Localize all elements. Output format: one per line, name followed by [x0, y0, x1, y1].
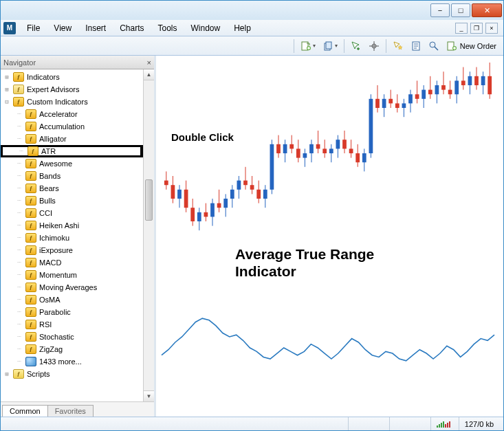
tree-item[interactable]: ⊞ƒIndicators	[1, 71, 143, 83]
expander-icon[interactable]: ⊟	[1, 96, 13, 108]
new-chart-button[interactable]: ▾	[298, 38, 318, 54]
tree-item[interactable]: ⊞ƒExpert Advisors	[1, 83, 143, 96]
svg-rect-66	[349, 148, 353, 153]
svg-rect-102	[468, 76, 472, 85]
menu-view[interactable]: View	[47, 20, 78, 36]
tree-item-atr[interactable]: ┈ƒATR	[1, 145, 143, 157]
expander-icon[interactable]: ┈	[13, 306, 25, 318]
expander-icon[interactable]: ⊞	[1, 83, 13, 96]
tree-item[interactable]: ┈ƒAlligator	[1, 133, 143, 145]
expander-icon[interactable]: ┈	[13, 219, 25, 232]
tab-favorites[interactable]: Favorites	[47, 405, 94, 417]
crosshair-button[interactable]	[366, 38, 382, 54]
workspace: Navigator × ⊞ƒIndicators⊞ƒExpert Advisor…	[1, 56, 503, 417]
tree-item[interactable]: ┈ƒOsMA	[1, 294, 143, 306]
menu-insert[interactable]: Insert	[78, 20, 113, 36]
tree-item[interactable]: ┈ƒBears	[1, 182, 143, 195]
tree-item[interactable]: ┈ƒMACD	[1, 256, 143, 269]
page-tool-button[interactable]	[408, 38, 424, 54]
scroll-up-button[interactable]: ▲	[144, 69, 154, 80]
expander-icon[interactable]: ┈	[13, 294, 25, 306]
search-button[interactable]	[426, 38, 442, 54]
menu-help[interactable]: Help	[227, 20, 258, 36]
menu-tools[interactable]: Tools	[151, 20, 184, 36]
expander-icon[interactable]: ┈	[13, 133, 25, 145]
tree-scrollbar[interactable]: ▲ ▼	[143, 69, 154, 401]
expander-icon[interactable]: ┈	[13, 108, 25, 120]
chart-area[interactable]: Double Click Average True Range Indicato…	[156, 56, 503, 417]
indicator-icon: ƒ	[25, 134, 36, 144]
menu-window[interactable]: Window	[184, 20, 228, 36]
status-connection	[430, 417, 459, 430]
expander-icon[interactable]: ┈	[13, 157, 25, 170]
window-minimize-button[interactable]: −	[430, 3, 450, 17]
expander-icon[interactable]: ┈	[13, 182, 25, 195]
tree-item[interactable]: ┈ƒAccelerator	[1, 108, 143, 120]
tree-item[interactable]: ┈ƒRSI	[1, 318, 143, 331]
window-maximize-button[interactable]: □	[451, 3, 470, 17]
window-close-button[interactable]: ✕	[472, 3, 502, 17]
navigator-close-button[interactable]: ×	[147, 58, 151, 67]
profiles-button[interactable]: ▾	[320, 38, 340, 54]
expander-icon[interactable]: ┈	[13, 318, 25, 331]
svg-rect-26	[217, 203, 221, 208]
tree-item[interactable]: ┈ƒMoving Averages	[1, 281, 143, 294]
expander-icon[interactable]: ┈	[13, 269, 25, 281]
scroll-thumb[interactable]	[145, 179, 153, 221]
expander-icon[interactable]: ┈	[13, 207, 25, 219]
scroll-down-button[interactable]: ▼	[144, 390, 154, 401]
tree-item[interactable]: ⊞ƒScripts	[1, 368, 143, 380]
tree-item[interactable]: ┈ƒCCI	[1, 207, 143, 219]
menu-charts[interactable]: Charts	[113, 20, 151, 36]
tree-item[interactable]: ┈ƒZigZag	[1, 343, 143, 355]
mdi-restore-button[interactable]: ❐	[470, 23, 483, 34]
indicator-icon: ƒ	[13, 369, 24, 379]
pages-icon	[322, 41, 333, 52]
expander-icon[interactable]: ┈	[13, 120, 25, 133]
tree-item[interactable]: ┈ƒIchimoku	[1, 232, 143, 244]
svg-rect-60	[329, 148, 333, 153]
expander-icon[interactable]: ┈	[13, 244, 25, 256]
tree-item[interactable]: ┈ƒStochastic	[1, 331, 143, 343]
indicator-icon: ƒ	[25, 109, 36, 119]
tree-item[interactable]: ┈ƒBands	[1, 170, 143, 182]
expander-icon[interactable]: ┈	[13, 343, 25, 355]
tree-item-label: Awesome	[39, 157, 72, 170]
tree-item-label: iExposure	[39, 244, 73, 256]
svg-rect-80	[395, 103, 399, 108]
mdi-close-button[interactable]: ×	[485, 23, 498, 34]
tree-item[interactable]: ┈ƒParabolic	[1, 306, 143, 318]
expander-icon[interactable]: ┈	[13, 256, 25, 269]
tree-item[interactable]: ┈1433 more...	[1, 355, 143, 368]
tree-item[interactable]: ⊟ƒCustom Indicators	[1, 96, 143, 108]
expander-icon[interactable]: ┈	[13, 355, 25, 368]
tree-item[interactable]: ┈ƒMomentum	[1, 269, 143, 281]
tree-item[interactable]: ┈ƒBulls	[1, 195, 143, 207]
expander-icon[interactable]: ⊞	[1, 71, 13, 83]
expander-icon[interactable]: ┈	[13, 232, 25, 244]
cursor-button[interactable]	[348, 38, 364, 54]
navigator-tree[interactable]: ⊞ƒIndicators⊞ƒExpert Advisors⊟ƒCustom In…	[1, 69, 143, 401]
expander-icon[interactable]: ┈	[13, 195, 25, 207]
tree-item[interactable]: ┈ƒiExposure	[1, 244, 143, 256]
svg-rect-18	[190, 208, 195, 221]
tree-item[interactable]: ┈ƒHeiken Ashi	[1, 219, 143, 232]
expander-icon[interactable]: ⊞	[1, 368, 13, 380]
tab-common[interactable]: Common	[2, 405, 48, 417]
star-cursor-button[interactable]	[390, 38, 406, 54]
tree-item[interactable]: ┈ƒAwesome	[1, 157, 143, 170]
menu-file[interactable]: File	[20, 20, 47, 36]
svg-rect-56	[316, 144, 320, 149]
svg-rect-52	[303, 153, 307, 158]
expander-icon[interactable]: ┈	[13, 281, 25, 294]
svg-rect-92	[435, 85, 439, 94]
expander-icon[interactable]: ┈	[13, 170, 25, 182]
tree-item-label: 1433 more...	[39, 355, 82, 368]
tree-item[interactable]: ┈ƒAccumulation	[1, 120, 143, 133]
new-order-button[interactable]: New Order	[443, 38, 499, 54]
expander-icon[interactable]: ┈	[13, 331, 25, 343]
tree-item-label: Accelerator	[39, 108, 78, 120]
indicator-icon: ƒ	[28, 146, 39, 156]
mdi-minimize-button[interactable]: _	[455, 23, 468, 34]
expander-icon[interactable]: ┈	[15, 145, 28, 157]
